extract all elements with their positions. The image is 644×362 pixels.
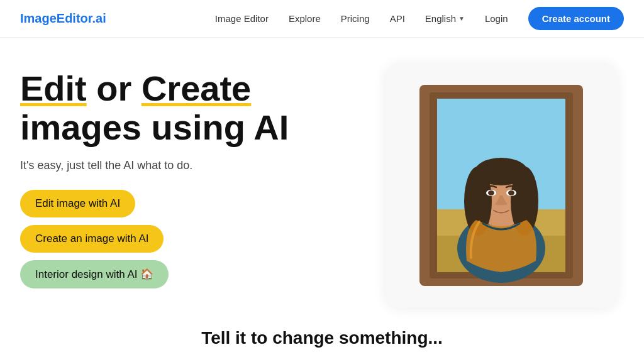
hero-subtitle: It's easy, just tell the AI what to do. [20,159,353,172]
create-image-button[interactable]: Create an image with AI [20,225,164,253]
create-account-button[interactable]: Create account [528,7,624,30]
hero-image-card [385,63,618,308]
svg-rect-12 [497,167,505,185]
mona-lisa-illustration [419,85,583,286]
nav-item-api[interactable]: API [390,13,405,24]
logo[interactable]: ImageEditor.ai [20,11,106,26]
hero-title-create: Create [142,69,251,108]
hero-left: Edit or Create images using AI It's easy… [20,63,353,288]
nav-item-pricing[interactable]: Pricing [341,13,370,24]
hero-title-edit: Edit [20,69,87,108]
navbar: ImageEditor.ai Image Editor Explore Pric… [0,0,644,38]
language-label: English [425,13,456,24]
bottom-tagline: Tell it to change something... [201,328,443,348]
bottom-text-section: Tell it to change something... [0,308,644,348]
hero-title: Edit or Create images using AI [20,69,353,146]
svg-point-14 [488,190,494,195]
nav-links: Image Editor Explore Pricing API English… [215,7,624,30]
svg-point-16 [508,190,514,195]
nav-item-explore[interactable]: Explore [289,13,321,24]
hero-right [379,63,624,308]
pill-buttons: Edit image with AI Create an image with … [20,190,353,288]
hero-title-line2: images using AI [20,107,289,147]
main-content: Edit or Create images using AI It's easy… [0,38,644,308]
interior-design-button[interactable]: Interior design with AI 🏠 [20,260,169,288]
language-selector[interactable]: English ▼ [425,13,465,24]
nav-item-image-editor[interactable]: Image Editor [215,13,269,24]
chevron-down-icon: ▼ [458,15,465,22]
login-button[interactable]: Login [485,13,508,24]
edit-image-button[interactable]: Edit image with AI [20,190,135,217]
